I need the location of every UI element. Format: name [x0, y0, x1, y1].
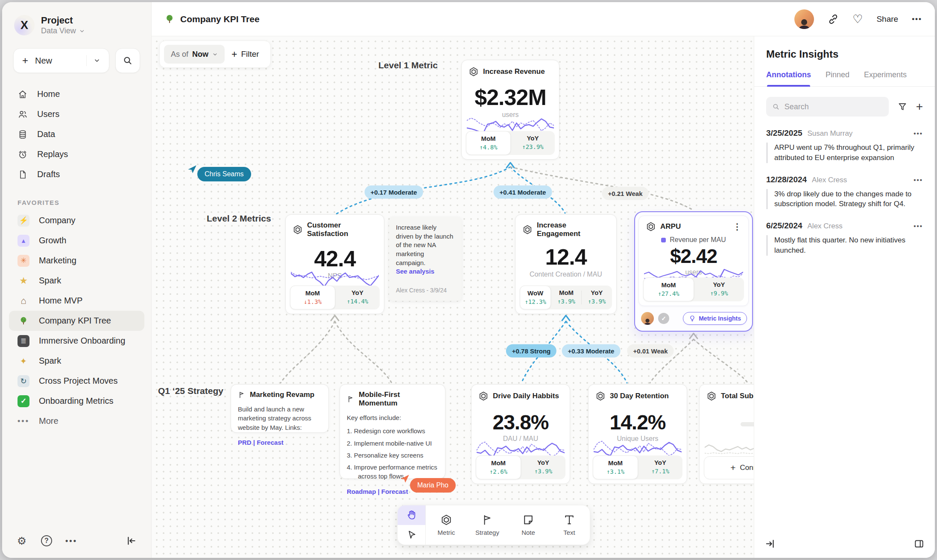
strategy-tool-button[interactable]: Strategy	[467, 505, 508, 545]
tab-annotations[interactable]: Annotations	[766, 69, 811, 86]
favorite-item-marketing[interactable]: ✳ Marketing	[9, 251, 144, 271]
favorite-item-home-mvp[interactable]: ⌂ Home MVP	[9, 291, 144, 311]
delta-chip-wow[interactable]: WoW ↑12.3%	[520, 286, 551, 309]
text-tool-button[interactable]: Text	[549, 505, 590, 545]
correlation-pill[interactable]: +0.33 Moderate	[562, 344, 621, 358]
metric-hexagon-icon	[595, 391, 606, 401]
note-icon	[522, 514, 534, 526]
correlation-pill[interactable]: +0.17 Moderate	[365, 186, 423, 199]
delta-chip-mom[interactable]: MoM ↓1.3%	[290, 286, 335, 309]
card-title: Increase Revenue	[483, 67, 545, 76]
delta-chip-yoy[interactable]: YoY ↑14.4%	[335, 286, 380, 309]
metric-card-arpu-selected[interactable]: ARPU ⋮ Revenue per MAU $2.42 users Mo	[634, 211, 753, 332]
delta-chip-mom[interactable]: MoM ↑27.4%	[643, 277, 694, 301]
add-annotation-icon[interactable]: +	[916, 100, 923, 114]
correlation-pill[interactable]: +0.21 Weak	[602, 187, 648, 200]
sidebar-item-data[interactable]: Data	[9, 124, 144, 144]
kpi-tree-canvas[interactable]: As of Now + Filter Level 1 Metric Level …	[152, 36, 754, 558]
search-button[interactable]	[115, 48, 140, 73]
search-icon	[123, 55, 133, 66]
card-title: Drive Daily Habbits	[493, 392, 559, 400]
more-ellipsis-icon[interactable]: •••	[65, 535, 77, 547]
annotator-avatar[interactable]	[641, 312, 654, 325]
metric-card-increase-revenue[interactable]: Increase Revenue $2.32M users MoM ↑4.8% …	[461, 60, 559, 160]
note-tool-button[interactable]: Note	[508, 505, 549, 545]
sidebar-item-replays[interactable]: Replays	[9, 144, 144, 164]
favorite-heart-icon[interactable]: ♡	[852, 12, 863, 26]
metric-tool-button[interactable]: Metric	[426, 505, 467, 545]
workspace-logo[interactable]: X	[14, 15, 35, 35]
delta-chip-mom[interactable]: MoM ↑2.6%	[476, 455, 521, 479]
annotation-item[interactable]: 12/28/2024 Alex Cress ••• 3% drop likely…	[754, 169, 935, 216]
delta-chip-yoy[interactable]: YoY ↑9.9%	[694, 277, 744, 301]
metric-card-30-day-retention[interactable]: 30 Day Retention 14.2% Unique Users MoM …	[588, 384, 687, 484]
plus-icon: +	[22, 55, 28, 67]
select-tool-button[interactable]	[398, 525, 425, 545]
favorite-item-company[interactable]: ⚡ Company	[9, 210, 144, 230]
sidebar-item-users[interactable]: Users	[9, 104, 144, 124]
correlation-pill[interactable]: +0.41 Moderate	[494, 186, 552, 199]
metric-value: 14.2%	[589, 411, 687, 434]
share-button[interactable]: Share	[876, 15, 898, 24]
favorite-item-company-kpi-tree[interactable]: Company KPI Tree	[9, 311, 144, 331]
sidebar-item-home[interactable]: Home	[9, 84, 144, 104]
collapse-sidebar-icon[interactable]	[126, 535, 138, 547]
tab-experiments[interactable]: Experiments	[864, 69, 907, 86]
project-view-switcher[interactable]: Data View	[41, 26, 85, 35]
delta-chip-mom[interactable]: MoM ↑3.1%	[593, 455, 638, 479]
card-menu-kebab-icon[interactable]: ⋮	[733, 222, 741, 231]
annotation-search-input[interactable]	[766, 97, 889, 117]
settings-gear-icon[interactable]: ⚙	[16, 535, 28, 547]
new-button[interactable]: + New	[13, 48, 109, 73]
help-icon[interactable]: ?	[41, 535, 53, 547]
sidebar-more-button[interactable]: ••• More	[9, 411, 144, 431]
delta-chip-yoy[interactable]: YoY ↑3.9%	[521, 455, 565, 479]
metric-card-total-subscriptions[interactable]: Total Subscript + Connect	[699, 384, 754, 484]
delta-chip-yoy[interactable]: YoY ↑23.9%	[511, 131, 555, 155]
favorite-item-onboarding-metrics[interactable]: ✓ Onboarding Metrics	[9, 391, 144, 411]
delta-chip-yoy[interactable]: YoY ↑7.1%	[638, 455, 682, 479]
annotation-menu-icon[interactable]: •••	[914, 130, 923, 137]
metric-hexagon-icon	[706, 391, 717, 401]
expand-panel-icon[interactable]	[764, 538, 776, 549]
panel-layout-icon[interactable]	[914, 538, 925, 549]
metric-value: $2.32M	[462, 85, 559, 110]
app-window: X Project Data View + New	[2, 2, 935, 558]
sidebar-item-drafts[interactable]: Drafts	[9, 164, 144, 184]
user-avatar[interactable]	[794, 9, 814, 29]
chevron-down-icon	[79, 28, 85, 34]
favorite-item-spark-2[interactable]: ✦ Spark	[9, 351, 144, 371]
canvas-annotation-note[interactable]: Increase likely driven by the launch of …	[389, 217, 462, 301]
metric-card-drive-daily-habbits[interactable]: Drive Daily Habbits 23.8% DAU / MAU MoM …	[471, 384, 570, 484]
metric-card-increase-engagement[interactable]: Increase Engagement 12.4 Content Creatio…	[515, 214, 617, 314]
delta-chip-mom[interactable]: MoM ↑4.8%	[466, 131, 511, 155]
delta-chip-mom[interactable]: MoM ↑3.9%	[551, 286, 581, 309]
metric-insights-button[interactable]: Metric Insights	[683, 312, 747, 325]
favorite-item-immersive-onboarding[interactable]: ☰ Immersive Onboarding	[9, 331, 144, 351]
add-filter-button[interactable]: + Filter	[229, 49, 262, 60]
see-analysis-link[interactable]: See analysis	[396, 268, 434, 275]
more-options-icon[interactable]: •••	[912, 15, 922, 23]
tab-pinned[interactable]: Pinned	[826, 69, 849, 86]
chevron-down-icon[interactable]	[94, 57, 100, 64]
favorite-item-cross-project-moves[interactable]: ↻ Cross Project Moves	[9, 371, 144, 391]
filter-funnel-icon[interactable]	[897, 102, 908, 112]
connect-data-button[interactable]: + Connect	[704, 456, 754, 479]
annotation-item[interactable]: 3/25/2025 Susan Murray ••• ARPU went up …	[754, 122, 935, 169]
strategy-card-mobile-first-momentum[interactable]: Mobile-First Momentum Key efforts includ…	[340, 384, 445, 479]
annotation-menu-icon[interactable]: •••	[914, 222, 923, 230]
annotation-menu-icon[interactable]: •••	[914, 176, 923, 184]
strategy-card-marketing-revamp[interactable]: Marketing Revamp Build and launch a new …	[231, 384, 329, 433]
delta-chip-yoy[interactable]: YoY ↑3.9%	[582, 286, 612, 309]
correlation-pill[interactable]: +0.78 Strong	[506, 344, 556, 358]
collaborator-cursor-maria: Maria Pho	[399, 473, 410, 486]
correlation-pill[interactable]: +0.01 Weak	[627, 344, 673, 358]
copy-link-icon[interactable]	[828, 14, 839, 25]
favorite-item-growth[interactable]: ▲ Growth	[9, 230, 144, 251]
prd-forecast-links[interactable]: PRD | Forecast	[238, 439, 322, 446]
annotation-item[interactable]: 6/25/2024 Alex Cress ••• Mostly flat thi…	[754, 215, 935, 262]
as-of-selector[interactable]: As of Now	[164, 45, 225, 64]
hand-tool-button[interactable]	[398, 505, 425, 525]
metric-card-customer-satisfaction[interactable]: Customer Satisfaction 42.4 NPS MoM ↓1.3%…	[285, 214, 384, 314]
favorite-item-spark[interactable]: ★ Spark	[9, 271, 144, 291]
